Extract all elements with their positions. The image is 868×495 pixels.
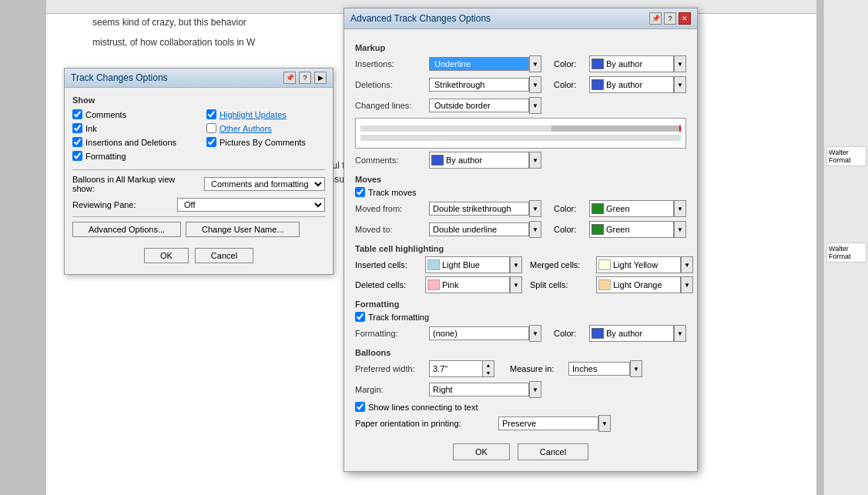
merged-cells-swatch <box>598 259 611 270</box>
insertions-color-swatch <box>592 59 604 69</box>
track-ok-button[interactable]: OK <box>144 248 189 263</box>
preview-line-1 <box>360 125 681 132</box>
reviewing-row: Reviewing Pane: Off <box>72 198 325 212</box>
other-authors-label[interactable]: Other Authors <box>220 124 272 133</box>
comments-color-select[interactable]: By author <box>429 152 529 169</box>
deletions-color-select[interactable]: By author <box>589 76 674 93</box>
deletions-color-swatch <box>592 79 604 90</box>
moved-to-select[interactable]: Double underline <box>429 222 529 236</box>
track-cancel-button[interactable]: Cancel <box>195 248 253 263</box>
adv-titlebar-controls: 📌 ? ✕ <box>649 12 691 25</box>
deletions-row: Deletions: Strikethrough ▼ Color: By aut… <box>355 76 686 93</box>
inserted-cells-arrow[interactable]: ▼ <box>510 256 522 273</box>
show-lines-row: Show lines connecting to text <box>355 402 686 412</box>
comments-dropdown-arrow[interactable]: ▼ <box>529 152 541 169</box>
insertions-color-arrow[interactable]: ▼ <box>674 55 686 72</box>
track-moves-label: Track moves <box>368 188 417 197</box>
insertions-dropdown-arrow[interactable]: ▼ <box>529 55 541 72</box>
advanced-options-button[interactable]: Advanced Options... <box>72 222 181 237</box>
adv-pin-icon[interactable]: 📌 <box>649 12 662 25</box>
adv-close-icon[interactable]: ✕ <box>679 12 691 25</box>
markup-section-label: Markup <box>355 43 686 52</box>
deleted-cells-arrow[interactable]: ▼ <box>510 276 522 293</box>
moved-from-color-select[interactable]: Green <box>589 200 674 217</box>
split-cells-arrow[interactable]: ▼ <box>681 276 693 293</box>
pictures-checkbox[interactable] <box>206 137 216 147</box>
insertions-deletions-checkbox[interactable] <box>72 137 82 147</box>
pin-icon[interactable]: 📌 <box>283 72 296 84</box>
split-cells-label: Split cells: <box>530 280 592 289</box>
formatting-type-select[interactable]: (none) <box>429 326 529 340</box>
help-icon[interactable]: ? <box>299 72 311 84</box>
balloons-select[interactable]: Comments and formatting <box>204 177 325 191</box>
paper-orientation-row: Paper orientation in printing: Preserve … <box>355 415 686 432</box>
ink-checkbox[interactable] <box>72 123 82 133</box>
paper-orientation-select[interactable]: Preserve <box>498 416 598 430</box>
spin-up-button[interactable]: ▲ <box>483 361 494 369</box>
track-moves-checkbox[interactable] <box>355 187 365 197</box>
deletions-color-arrow[interactable]: ▼ <box>674 76 686 93</box>
formatting-color-select[interactable]: By author <box>589 325 674 342</box>
inserted-cells-select[interactable]: Light Blue <box>425 256 510 273</box>
formatting-color-arrow[interactable]: ▼ <box>674 325 686 342</box>
moved-from-color-arrow[interactable]: ▼ <box>674 200 686 217</box>
show-lines-checkbox[interactable] <box>355 402 365 412</box>
inserted-cells-swatch <box>427 259 440 270</box>
deleted-cells-swatch <box>427 279 440 290</box>
show-lines-label: Show lines connecting to text <box>368 403 478 412</box>
moved-to-dropdown-arrow[interactable]: ▼ <box>529 221 541 238</box>
insertions-select[interactable]: Underline <box>429 57 529 71</box>
highlight-updates-checkbox[interactable] <box>206 109 216 119</box>
merged-cells-arrow[interactable]: ▼ <box>681 256 693 273</box>
moved-to-color-arrow[interactable]: ▼ <box>674 221 686 238</box>
change-user-name-button[interactable]: Change User Name... <box>186 222 300 237</box>
preferred-width-input[interactable] <box>429 360 483 377</box>
insertions-color-select[interactable]: By author <box>589 55 674 72</box>
formatting-type-arrow[interactable]: ▼ <box>529 325 541 342</box>
deleted-cells-select[interactable]: Pink <box>425 276 510 293</box>
moved-to-label: Moved to: <box>355 225 424 234</box>
formatting-checkbox[interactable] <box>72 151 82 161</box>
measure-in-select[interactable]: Inches <box>568 362 630 376</box>
split-cells-select[interactable]: Light Orange <box>596 276 681 293</box>
moved-to-color-select[interactable]: Green <box>589 221 674 238</box>
formatting-checkbox-row: Formatting <box>72 151 191 161</box>
track-formatting-label: Track formatting <box>368 313 429 322</box>
other-authors-checkbox[interactable] <box>206 123 216 133</box>
moved-from-dropdown-arrow[interactable]: ▼ <box>529 200 541 217</box>
comments-row: Comments: By author ▼ <box>355 152 686 169</box>
margin-select[interactable]: Right <box>429 383 529 396</box>
track-formatting-checkbox[interactable] <box>355 312 365 322</box>
advanced-title: Advanced Track Changes Options <box>350 13 491 24</box>
balloons-row: Balloons in All Markup view show: Commen… <box>72 175 325 193</box>
show-checkboxes: Comments Highlight Updates Ink Other Aut… <box>72 109 325 163</box>
reviewing-select[interactable]: Off <box>177 198 325 212</box>
preview-line-2 <box>360 135 681 141</box>
merged-cells-label: Merged cells: <box>530 260 592 269</box>
spin-down-button[interactable]: ▼ <box>483 369 494 376</box>
adv-help-icon[interactable]: ? <box>664 12 676 25</box>
paper-orientation-arrow[interactable]: ▼ <box>598 415 611 432</box>
changed-lines-select[interactable]: Outside border <box>429 99 529 112</box>
balloons-section-label: Balloons <box>355 348 686 357</box>
deletions-label: Deletions: <box>355 80 424 89</box>
moved-from-select[interactable]: Double strikethrough <box>429 202 529 216</box>
advanced-track-changes-dialog: Advanced Track Changes Options 📌 ? ✕ Mar… <box>344 8 698 472</box>
comments-checkbox[interactable] <box>72 109 82 119</box>
expand-icon[interactable]: ▶ <box>314 72 327 84</box>
show-section-label: Show <box>72 95 325 105</box>
advanced-cancel-button[interactable]: Cancel <box>518 443 588 460</box>
margin-row: Margin: Right ▼ <box>355 381 686 398</box>
measure-in-arrow[interactable]: ▼ <box>630 360 642 377</box>
formatting-color-swatch <box>592 328 604 339</box>
formatting-section-label: Formatting <box>355 299 686 309</box>
margin-dropdown-arrow[interactable]: ▼ <box>529 381 541 398</box>
deletions-dropdown-arrow[interactable]: ▼ <box>529 76 541 93</box>
highlight-updates-label[interactable]: Highlight Updates <box>220 110 287 119</box>
track-changes-dialog: Track Changes Options 📌 ? ▶ Show Comment… <box>64 68 333 275</box>
merged-cells-select[interactable]: Light Yellow <box>596 256 681 273</box>
advanced-ok-button[interactable]: OK <box>453 443 510 460</box>
deletions-select[interactable]: Strikethrough <box>429 78 529 92</box>
changed-lines-dropdown-arrow[interactable]: ▼ <box>529 97 541 114</box>
comment-2-author: Walter <box>829 245 849 253</box>
